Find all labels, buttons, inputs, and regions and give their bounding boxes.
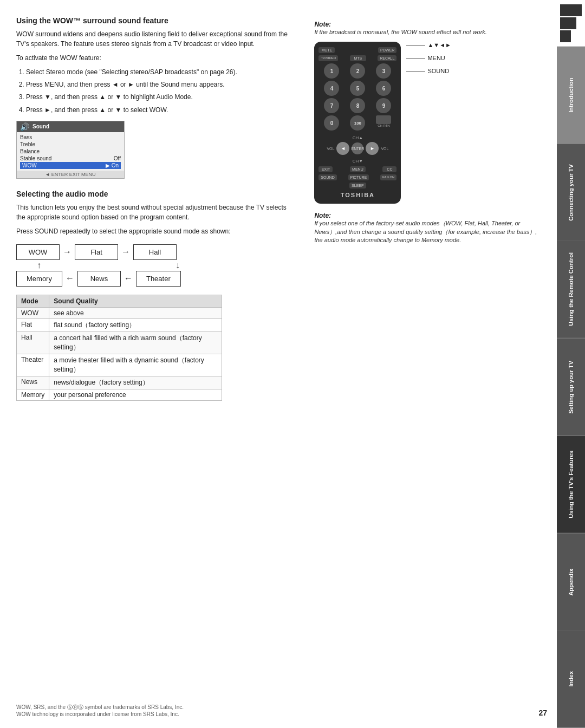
section1-intro: WOW surround widens and deepens audio li… bbox=[16, 29, 292, 49]
sidebar-item-connecting[interactable]: Connecting your TV bbox=[557, 144, 585, 242]
sound-label: SOUND bbox=[406, 68, 451, 74]
flow-bottom-row: Memory ← News ← Theater bbox=[16, 271, 292, 287]
sidebar-item-using-tv[interactable]: Using the TV's Features bbox=[557, 436, 585, 534]
footer-line1: WOW, SRS, and the ⓈⓇⓈ symbol are tradema… bbox=[16, 704, 184, 711]
quality-news: news/dialogue（factory setting） bbox=[49, 376, 222, 389]
num8-button[interactable]: 8 bbox=[350, 98, 365, 113]
menu-button[interactable]: MENU bbox=[350, 166, 366, 172]
flow-memory: Memory bbox=[16, 271, 62, 287]
flow-flat: Flat bbox=[75, 244, 118, 260]
num-row-4: 0 100 CH RTN bbox=[318, 115, 396, 131]
left-column: Using the WOW™ surround sound feature WO… bbox=[16, 16, 292, 401]
table-header-mode: Mode bbox=[17, 295, 49, 307]
sound-picture-row: SOUND PICTURE FAN ON bbox=[318, 174, 396, 180]
sidebar-item-index[interactable]: Index bbox=[557, 630, 585, 728]
remote-top-row: MUTE POWER bbox=[318, 47, 396, 53]
sidebar-item-introduction[interactable]: Introduction bbox=[557, 47, 585, 144]
mts-button[interactable]: MTS bbox=[350, 55, 366, 61]
menu-row-balance: Balance bbox=[20, 148, 121, 155]
power-button[interactable]: POWER bbox=[378, 47, 396, 53]
bar-s bbox=[560, 30, 571, 42]
remote-control: MUTE POWER TV/VIDEO MTS RECALL 1 2 3 bbox=[314, 42, 401, 204]
num0-button[interactable]: 0 bbox=[324, 115, 339, 131]
section1-title: Using the WOW™ surround sound feature bbox=[16, 16, 292, 25]
arrow-wow-flat: → bbox=[63, 247, 72, 257]
num4-button[interactable]: 4 bbox=[324, 81, 339, 96]
footer-line2: WOW technology is incorporated under lic… bbox=[16, 711, 184, 717]
flow-hall: Hall bbox=[133, 244, 177, 260]
exit-button[interactable]: EXIT bbox=[318, 166, 333, 172]
ch-down-label: CH▼ bbox=[318, 156, 396, 164]
note2-title: Note: bbox=[314, 212, 541, 219]
num5-button[interactable]: 5 bbox=[350, 81, 365, 96]
section2-intro: This function lets you enjoy the best so… bbox=[16, 203, 292, 222]
footer-text: WOW, SRS, and the ⓈⓇⓈ symbol are tradema… bbox=[16, 704, 184, 717]
menu-row-wow: WOW▶ On bbox=[20, 162, 121, 169]
table-row: WOW see above bbox=[17, 307, 222, 318]
table-row: Flat flat sound（factory setting） bbox=[17, 318, 222, 332]
table-row: News news/dialogue（factory setting） bbox=[17, 376, 222, 389]
main-content: Using the WOW™ surround sound feature WO… bbox=[0, 0, 557, 728]
num100-button[interactable]: 100 bbox=[350, 115, 365, 131]
sound-menu-body: Bass Treble Balance Stable soundOff WOW▶… bbox=[17, 132, 124, 171]
remote-section: MUTE POWER TV/VIDEO MTS RECALL 1 2 3 bbox=[314, 42, 541, 204]
num7-button[interactable]: 7 bbox=[324, 98, 339, 113]
flow-diagram: WOW → Flat → Hall ↑ ↓ Memory ← News ← bbox=[16, 244, 292, 287]
table-row: Memory your personal preference bbox=[17, 389, 222, 400]
mode-theater: Theater bbox=[17, 354, 49, 376]
num-row-3: 7 8 9 bbox=[318, 98, 396, 113]
num3-button[interactable]: 3 bbox=[376, 63, 391, 79]
note1-text: If the broadcast is monaural, the WOW so… bbox=[314, 28, 541, 36]
mode-news: News bbox=[17, 376, 49, 389]
page-number: 27 bbox=[538, 708, 547, 717]
ch-up-label: CH▲ bbox=[318, 133, 396, 141]
fan-on-button[interactable]: FAN ON bbox=[380, 174, 396, 180]
sidebar-item-using-remote[interactable]: Using the Remote Control bbox=[557, 241, 585, 339]
step-3: Press ▼, and then press ▲ or ▼ to highli… bbox=[26, 92, 292, 102]
note2-block: Note: If you select one of the factory-s… bbox=[314, 212, 541, 244]
quality-theater: a movie theater filled with a dynamic so… bbox=[49, 354, 222, 376]
ch-rtn-button[interactable] bbox=[376, 115, 391, 124]
num9-button[interactable]: 9 bbox=[376, 98, 391, 113]
sound-button[interactable]: SOUND bbox=[318, 174, 336, 180]
note1-title: Note: bbox=[314, 21, 541, 28]
bar-e bbox=[560, 4, 582, 16]
sleep-button[interactable]: SLEEP bbox=[349, 183, 366, 188]
sidebar-item-appendix[interactable]: Appendix bbox=[557, 534, 585, 631]
section1-steps: Select Stereo mode (see "Selecting stere… bbox=[26, 67, 292, 115]
enter-button[interactable]: ENTER bbox=[352, 142, 363, 154]
table-row: Hall a concert hall filled with a rich w… bbox=[17, 332, 222, 354]
sound-table: Mode Sound Quality WOW see above Flat fl… bbox=[16, 295, 222, 401]
sound-menu-image: 🔊 Sound Bass Treble Balance Stable sound… bbox=[16, 121, 125, 179]
bar-f bbox=[560, 17, 576, 29]
num2-button[interactable]: 2 bbox=[350, 63, 365, 79]
flow-wow: WOW bbox=[16, 244, 60, 260]
sound-menu-header: 🔊 Sound bbox=[17, 121, 124, 132]
num6-button[interactable]: 6 bbox=[376, 81, 391, 96]
menu-row-stable: Stable soundOff bbox=[20, 155, 121, 162]
num-row-1: 1 2 3 bbox=[318, 63, 396, 79]
menu-label: MENU bbox=[406, 55, 451, 61]
table-row: Theater a movie theater filled with a dy… bbox=[17, 354, 222, 376]
picture-button[interactable]: PICTURE bbox=[348, 174, 369, 180]
section1-activate: To activate the WOW feature: bbox=[16, 53, 292, 63]
tv-video-button[interactable]: TV/VIDEO bbox=[318, 55, 338, 61]
quality-wow: see above bbox=[49, 307, 222, 318]
vol-minus-button[interactable]: ◄ bbox=[336, 142, 349, 155]
section2-title: Selecting the audio mode bbox=[16, 190, 292, 198]
exit-menu-row: EXIT MENU CC bbox=[318, 166, 396, 172]
vol-plus-button[interactable]: ► bbox=[366, 142, 379, 155]
sound-menu-footer: ◄ ENTER EXIT MENU bbox=[17, 171, 124, 178]
num1-button[interactable]: 1 bbox=[324, 63, 339, 79]
cc-button[interactable]: CC bbox=[382, 166, 396, 172]
section2-press: Press SOUND repeatedly to select the app… bbox=[16, 226, 292, 236]
mute-button[interactable]: MUTE bbox=[318, 47, 335, 53]
ch-rtn-label: CH RTN bbox=[378, 124, 390, 127]
flow-news: News bbox=[77, 271, 121, 287]
sidebar-item-setting-up[interactable]: Setting up your TV bbox=[557, 339, 585, 436]
mode-hall: Hall bbox=[17, 332, 49, 354]
arrows-label: ▲▼◄► bbox=[406, 42, 451, 48]
mode-memory: Memory bbox=[17, 389, 49, 400]
recall-button[interactable]: RECALL bbox=[378, 55, 396, 61]
quality-hall: a concert hall filled with a rich warm s… bbox=[49, 332, 222, 354]
